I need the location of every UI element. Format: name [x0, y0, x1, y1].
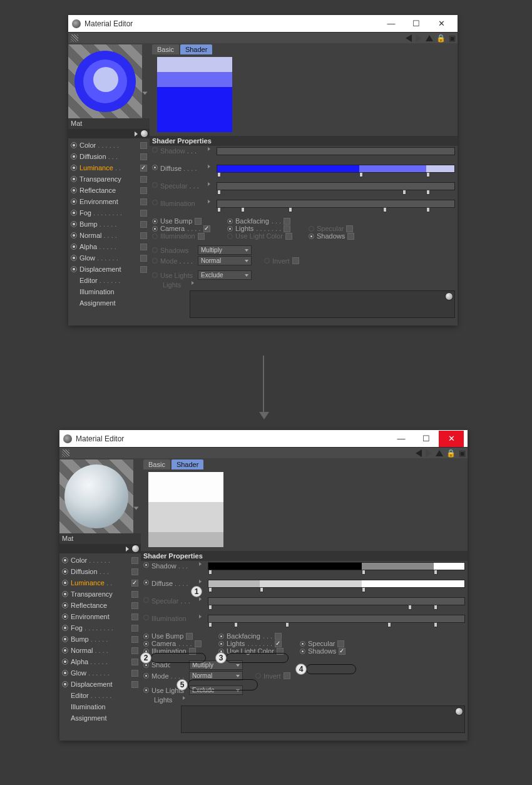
- channel-radio[interactable]: [71, 255, 77, 261]
- invert-check[interactable]: [284, 672, 290, 679]
- tab-basic[interactable]: Basic: [143, 459, 170, 469]
- channel-check[interactable]: [131, 557, 138, 564]
- lights-check[interactable]: [284, 225, 290, 232]
- channel-alpha[interactable]: Alpha . . . . .: [68, 241, 150, 252]
- lights-check[interactable]: [275, 640, 282, 647]
- minimize-button[interactable]: —: [389, 431, 414, 447]
- use-bump-check[interactable]: [195, 218, 202, 225]
- nav-forward-icon[interactable]: [426, 449, 432, 457]
- specular-radio[interactable]: [143, 597, 149, 603]
- channel-radio[interactable]: [71, 221, 77, 227]
- channel-check[interactable]: [140, 244, 147, 250]
- shadows2-check[interactable]: [339, 648, 345, 655]
- close-button[interactable]: ✕: [429, 16, 454, 32]
- subchannel-editor[interactable]: Editor . . . . . .: [59, 690, 141, 701]
- illumination-radio[interactable]: [152, 200, 158, 205]
- mode-dropdown[interactable]: Normal: [198, 256, 252, 265]
- material-preview[interactable]: [59, 459, 133, 533]
- channel-check[interactable]: [140, 266, 147, 273]
- channel-radio[interactable]: [71, 266, 77, 272]
- shader-preview[interactable]: [148, 472, 223, 547]
- channel-radio[interactable]: [71, 153, 77, 160]
- channel-check[interactable]: [131, 625, 138, 632]
- channel-check[interactable]: [131, 681, 138, 688]
- expand-icon[interactable]: [208, 200, 210, 203]
- channel-fog[interactable]: Fog . . . . . . . .: [68, 207, 150, 218]
- channel-check[interactable]: [140, 142, 147, 149]
- nav-back-icon[interactable]: [406, 34, 412, 42]
- channel-displacement[interactable]: Displacement: [59, 679, 141, 690]
- channel-radio[interactable]: [62, 591, 68, 597]
- expand-icon[interactable]: [208, 182, 210, 186]
- specular2-check[interactable]: [346, 225, 353, 232]
- camera-radio[interactable]: [152, 226, 158, 232]
- use-lights-radio[interactable]: [152, 272, 158, 278]
- add-icon[interactable]: ▣: [448, 34, 456, 43]
- shadows2-check[interactable]: [347, 233, 354, 240]
- subchannel-assignment[interactable]: Assignment: [68, 297, 150, 309]
- material-preview[interactable]: [68, 44, 142, 118]
- material-name[interactable]: Mat: [68, 118, 150, 129]
- channel-fog[interactable]: Fog . . . . . . . .: [59, 622, 141, 634]
- channel-color[interactable]: Color . . . . . .: [68, 140, 150, 151]
- diffuse-radio[interactable]: [152, 165, 158, 170]
- channel-radio[interactable]: [62, 625, 68, 631]
- nav-forward-icon[interactable]: [416, 34, 422, 42]
- channel-reflectance[interactable]: Reflectance: [59, 600, 141, 611]
- shadow-radio[interactable]: [152, 147, 158, 153]
- channel-radio[interactable]: [62, 568, 68, 575]
- shadows-mode-radio[interactable]: [152, 247, 158, 253]
- camera-check[interactable]: [195, 640, 202, 647]
- channel-radio[interactable]: [71, 165, 77, 171]
- channel-reflectance[interactable]: Reflectance: [68, 185, 150, 196]
- channel-check[interactable]: [131, 613, 138, 620]
- tab-shader[interactable]: Shader: [171, 459, 203, 469]
- subchannel-illumination[interactable]: Illumination: [59, 701, 141, 712]
- channel-radio[interactable]: [71, 187, 77, 193]
- diffuse-radio[interactable]: [143, 580, 149, 585]
- specular-gradient[interactable]: [208, 597, 465, 605]
- subchannel-editor[interactable]: Editor . . . . . .: [68, 275, 150, 286]
- use-lights-dropdown[interactable]: Exclude: [198, 270, 252, 280]
- channel-radio[interactable]: [62, 602, 68, 608]
- channel-radio[interactable]: [62, 557, 68, 563]
- diffuse-gradient[interactable]: [208, 580, 465, 588]
- channel-check[interactable]: [140, 187, 147, 194]
- shadow-radio[interactable]: [143, 562, 149, 568]
- invert-radio[interactable]: [264, 258, 270, 264]
- channel-radio[interactable]: [62, 670, 68, 676]
- specular2-radio[interactable]: [300, 641, 305, 647]
- backfacing-radio[interactable]: [227, 218, 233, 224]
- channel-radio[interactable]: [62, 613, 68, 620]
- channel-radio[interactable]: [71, 232, 77, 239]
- channel-radio[interactable]: [62, 636, 68, 642]
- channel-radio[interactable]: [71, 176, 77, 182]
- channel-radio[interactable]: [71, 210, 77, 216]
- specular-gradient[interactable]: [217, 182, 455, 190]
- channel-color[interactable]: Color . . . . . .: [59, 555, 141, 566]
- collapse-icon[interactable]: [134, 507, 139, 510]
- navigate-icon[interactable]: [140, 130, 148, 138]
- channel-check[interactable]: [140, 165, 147, 172]
- grid-icon[interactable]: [71, 34, 78, 42]
- expand-icon[interactable]: [199, 615, 202, 618]
- channel-check[interactable]: [131, 591, 138, 598]
- maximize-button[interactable]: ☐: [404, 16, 429, 32]
- specular2-radio[interactable]: [309, 226, 314, 232]
- diffuse-gradient[interactable]: [217, 165, 455, 173]
- nav-up-icon[interactable]: [426, 35, 433, 41]
- channel-check[interactable]: [140, 176, 147, 183]
- use-bump-radio[interactable]: [143, 634, 149, 639]
- channel-check[interactable]: [140, 198, 147, 205]
- shadows2-radio[interactable]: [300, 649, 305, 654]
- maximize-button[interactable]: ☐: [414, 431, 439, 447]
- channel-bump[interactable]: Bump . . . . .: [68, 218, 150, 230]
- use-light-color-radio[interactable]: [227, 233, 233, 239]
- channel-environment[interactable]: Environment: [68, 196, 150, 207]
- nav-up-icon[interactable]: [436, 450, 443, 456]
- lights-listbox[interactable]: [181, 705, 465, 733]
- tab-basic[interactable]: Basic: [152, 44, 179, 54]
- specular2-check[interactable]: [337, 640, 344, 647]
- expand-icon[interactable]: [183, 696, 185, 700]
- lock-icon[interactable]: 🔒: [446, 449, 455, 458]
